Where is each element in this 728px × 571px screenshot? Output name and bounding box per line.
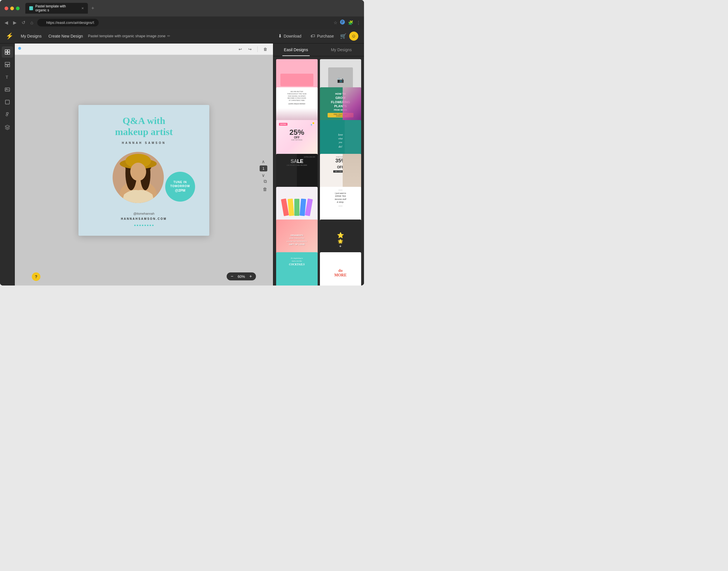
page-down-button[interactable]: ∨ — [262, 172, 265, 178]
zoom-out-button[interactable]: − — [231, 274, 233, 279]
download-icon: ⬇ — [278, 33, 282, 39]
text-tool[interactable]: T — [2, 72, 13, 83]
layers-tool[interactable] — [2, 121, 13, 133]
extensions-button[interactable]: 🧩 — [348, 20, 354, 25]
design-website: HANNAHSAMSON.COM — [79, 217, 209, 220]
design-dots — [134, 225, 153, 226]
page-navigation: ∧ 1 ∨ — [260, 159, 267, 178]
new-tab-button[interactable]: + — [90, 5, 96, 12]
back-button[interactable]: ◀ — [3, 19, 9, 26]
tab-easil-designs[interactable]: Easil Designs — [273, 43, 319, 56]
design-subtitle: HANNAH SAMSON — [122, 141, 166, 144]
app-header: ⚡ My Designs Create New Design Pastel te… — [0, 29, 364, 43]
help-button[interactable]: ? — [32, 272, 40, 281]
tab-favicon — [29, 6, 33, 10]
design-image-container — [110, 149, 167, 206]
cart-button[interactable]: 🛒 — [340, 33, 346, 39]
copy-page-button[interactable]: ⧉ — [264, 179, 267, 184]
tab-my-designs[interactable]: My Designs — [319, 43, 364, 56]
tab-close-button[interactable]: ✕ — [81, 7, 84, 10]
image-tool[interactable] — [2, 84, 13, 95]
layout-tool[interactable] — [2, 59, 13, 70]
design-canvas[interactable]: Q&A with makeup artist HANNAH SAMSON — [79, 105, 209, 236]
svg-rect-6 — [8, 65, 10, 67]
svg-rect-3 — [8, 52, 10, 54]
design-title-text: Pastel template with organic shape image… — [88, 34, 165, 38]
dot-4 — [142, 225, 143, 226]
svg-rect-2 — [5, 52, 7, 54]
elements-tool[interactable] — [2, 109, 13, 120]
address-bar[interactable] — [37, 19, 99, 26]
delete-page-button[interactable]: 🗑 — [263, 187, 267, 192]
zoom-control: − 60% + — [227, 272, 256, 280]
browser-window: Pastel template with organic s ✕ + ◀ ▶ ↺… — [0, 0, 364, 286]
canvas-main[interactable]: Q&A with makeup artist HANNAH SAMSON — [15, 55, 273, 286]
tab-bar: Pastel template with organic s ✕ + — [25, 3, 359, 14]
home-button[interactable]: ⌂ — [29, 19, 34, 26]
my-designs-nav[interactable]: My Designs — [18, 32, 44, 40]
svg-rect-4 — [5, 62, 10, 64]
left-toolbar: T — [0, 43, 15, 286]
dot-3 — [139, 225, 141, 226]
app-logo[interactable]: ⚡ — [6, 32, 13, 40]
menu-button[interactable]: ⋮ — [356, 20, 361, 25]
design-title-area: Pastel template with organic shape image… — [88, 34, 170, 38]
svg-rect-5 — [5, 65, 7, 67]
app: ⚡ My Designs Create New Design Pastel te… — [0, 29, 364, 286]
dot-2 — [137, 225, 138, 226]
templates-grid: 📷 WE ARE BETTERTHROUGHOUT THE YEARFOR HA… — [273, 56, 364, 286]
design-image-shape — [110, 149, 167, 206]
maximize-button[interactable] — [16, 7, 20, 10]
page-number-display: 1 — [260, 165, 267, 171]
template-item[interactable]: doMORE — [320, 252, 361, 286]
page-action-buttons: ⧉ 🗑 — [263, 179, 267, 192]
forward-button[interactable]: ▶ — [12, 19, 18, 26]
dot-5 — [144, 225, 146, 226]
purchase-button[interactable]: 🏷 Purchase — [306, 31, 338, 41]
shapes-tool[interactable] — [2, 96, 13, 108]
purchase-icon: 🏷 — [311, 33, 315, 39]
minimize-button[interactable] — [10, 7, 14, 10]
canvas-dot-indicator — [18, 47, 21, 50]
template-item[interactable]: It's beginning tolook a lot likeCOCKTAIL… — [276, 252, 318, 286]
svg-rect-0 — [5, 50, 7, 52]
app-body: T ↩ — [0, 43, 364, 286]
app-nav: My Designs Create New Design — [18, 32, 86, 40]
address-bar-wrap: 🔒 — [37, 19, 331, 26]
profile-button[interactable]: 🅟 — [340, 20, 345, 26]
download-button[interactable]: ⬇ Download — [273, 31, 306, 41]
dot-8 — [152, 225, 153, 226]
svg-rect-10 — [5, 100, 9, 104]
browser-toolbar: ◀ ▶ ↺ ⌂ 🔒 ☆ 🅟 🧩 ⋮ — [0, 16, 364, 29]
svg-point-19 — [130, 163, 146, 181]
svg-text:T: T — [6, 75, 8, 79]
undo-button[interactable]: ↩ — [237, 46, 244, 52]
browser-titlebar: Pastel template with organic s ✕ + — [0, 0, 364, 16]
reload-button[interactable]: ↺ — [20, 19, 26, 26]
toolbar-divider — [257, 46, 258, 52]
canvas-area: ↩ ↪ 🗑 Q&A with makeup artist — [15, 43, 273, 286]
zoom-level-display: 60% — [236, 274, 247, 279]
close-button[interactable] — [5, 7, 8, 10]
bookmark-button[interactable]: ☆ — [334, 20, 337, 25]
edit-title-icon[interactable]: ✏ — [167, 34, 170, 38]
smile-button[interactable]: ☺ — [349, 31, 358, 41]
download-label: Download — [284, 34, 301, 38]
design-headline: Q&A with makeup artist — [104, 115, 184, 137]
active-tab[interactable]: Pastel template with organic s ✕ — [25, 3, 88, 14]
zoom-in-button[interactable]: + — [249, 274, 252, 279]
create-nav[interactable]: Create New Design — [45, 32, 86, 40]
canvas-toolbar: ↩ ↪ 🗑 — [15, 43, 273, 55]
design-handle: @itsmehannah — [79, 212, 209, 215]
dot-1 — [134, 225, 136, 226]
page-up-button[interactable]: ∧ — [262, 159, 265, 164]
redo-button[interactable]: ↪ — [247, 46, 253, 52]
right-panel: Easil Designs My Designs 📷 WE ARE — [273, 43, 364, 286]
svg-rect-1 — [8, 50, 10, 52]
panel-tabs: Easil Designs My Designs — [273, 43, 364, 56]
browser-actions: ☆ 🅟 🧩 ⋮ — [334, 20, 361, 26]
traffic-lights — [5, 7, 20, 10]
purchase-label: Purchase — [317, 34, 334, 38]
frames-tool[interactable] — [2, 46, 13, 58]
delete-button[interactable]: 🗑 — [262, 46, 269, 52]
